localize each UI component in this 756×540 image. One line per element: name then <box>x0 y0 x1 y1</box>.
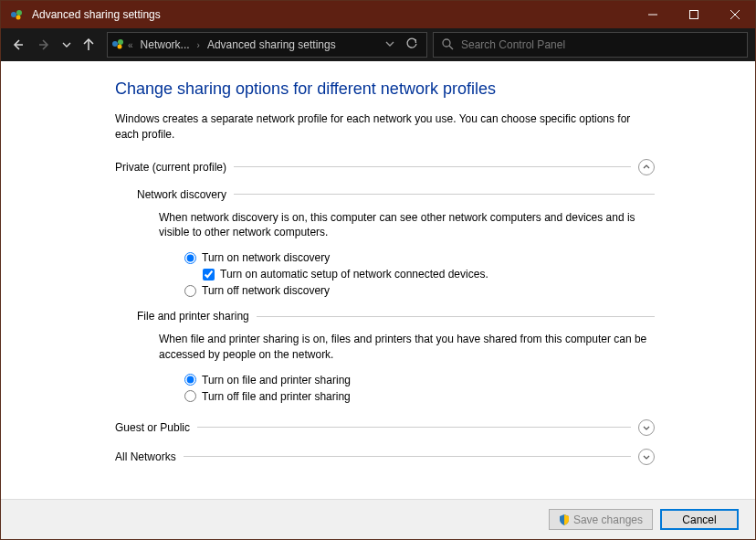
svg-point-1 <box>16 10 22 16</box>
checkbox-label: Turn on automatic setup of network conne… <box>220 268 488 281</box>
search-input[interactable] <box>461 38 740 51</box>
maximize-button[interactable] <box>673 1 714 28</box>
radio-discovery-on[interactable]: Turn on network discovery <box>184 251 655 264</box>
svg-point-2 <box>16 16 21 20</box>
svg-point-0 <box>11 12 16 17</box>
radio-input[interactable] <box>184 252 196 264</box>
svg-point-10 <box>112 41 118 47</box>
network-discovery-header: Network discovery <box>137 188 655 201</box>
svg-point-12 <box>118 44 122 48</box>
profile-label: Private (current profile) <box>115 161 234 174</box>
button-label: Cancel <box>682 514 716 526</box>
guest-public-header[interactable]: Guest or Public <box>115 419 655 436</box>
profile-label: All Networks <box>115 450 184 463</box>
collapse-icon[interactable] <box>638 159 655 175</box>
radio-label: Turn on network discovery <box>202 251 330 264</box>
network-discovery-body: When network discovery is on, this compu… <box>159 210 655 298</box>
close-button[interactable] <box>714 1 755 28</box>
checkbox-auto-setup[interactable]: Turn on automatic setup of network conne… <box>203 268 655 281</box>
checkbox-input[interactable] <box>203 269 215 281</box>
radio-fps-off[interactable]: Turn off file and printer sharing <box>184 390 655 403</box>
svg-point-11 <box>118 39 123 45</box>
svg-line-14 <box>449 46 453 49</box>
search-icon <box>441 37 454 53</box>
recent-locations-button[interactable] <box>59 32 74 58</box>
radio-input[interactable] <box>184 374 196 386</box>
radio-discovery-off[interactable]: Turn off network discovery <box>184 284 655 297</box>
footer-bar: Save changes Cancel <box>1 499 755 539</box>
control-panel-icon <box>111 37 124 53</box>
section-label: File and printer sharing <box>137 310 257 323</box>
chevron-left-icon: « <box>126 40 135 50</box>
cancel-button[interactable]: Cancel <box>660 509 739 530</box>
back-button[interactable] <box>5 32 30 58</box>
save-changes-button[interactable]: Save changes <box>549 509 653 530</box>
radio-input[interactable] <box>184 285 196 297</box>
control-panel-window: Advanced sharing settings « <box>0 0 756 540</box>
button-label: Save changes <box>573 514 643 526</box>
radio-label: Turn on file and printer sharing <box>202 374 351 386</box>
radio-fps-on[interactable]: Turn on file and printer sharing <box>184 374 655 386</box>
forward-button[interactable] <box>32 32 58 58</box>
file-printer-sharing-header: File and printer sharing <box>137 310 655 323</box>
title-bar: Advanced sharing settings <box>1 1 755 28</box>
svg-rect-4 <box>689 11 698 19</box>
shield-icon <box>559 514 570 525</box>
expand-icon[interactable] <box>638 449 655 465</box>
refresh-button[interactable] <box>401 37 423 53</box>
section-label: Network discovery <box>137 188 234 201</box>
breadcrumb-segment[interactable]: Advanced sharing settings <box>204 37 340 53</box>
section-text: When network discovery is on, this compu… <box>159 210 655 241</box>
all-networks-header[interactable]: All Networks <box>115 449 655 465</box>
search-bar[interactable] <box>433 32 748 58</box>
address-dropdown-icon[interactable] <box>381 38 399 51</box>
page-title: Change sharing options for different net… <box>115 79 655 99</box>
address-bar[interactable]: « Network... › Advanced sharing settings <box>107 32 427 58</box>
app-icon <box>8 6 25 23</box>
nav-bar: « Network... › Advanced sharing settings <box>1 28 755 61</box>
radio-input[interactable] <box>184 390 196 402</box>
svg-point-13 <box>443 39 450 47</box>
radio-label: Turn off file and printer sharing <box>202 390 351 403</box>
profile-label: Guest or Public <box>115 421 197 434</box>
file-printer-sharing-body: When file and printer sharing is on, fil… <box>159 332 655 403</box>
chevron-right-icon: › <box>195 40 202 50</box>
expand-icon[interactable] <box>638 419 655 436</box>
window-title: Advanced sharing settings <box>32 8 161 21</box>
minimize-button[interactable] <box>632 1 673 28</box>
radio-label: Turn off network discovery <box>202 284 330 297</box>
private-profile-header[interactable]: Private (current profile) <box>115 159 655 175</box>
up-button[interactable] <box>76 32 101 58</box>
breadcrumb-segment[interactable]: Network... <box>137 37 194 53</box>
section-text: When file and printer sharing is on, fil… <box>159 332 655 363</box>
content-area: Change sharing options for different net… <box>1 61 755 499</box>
page-description: Windows creates a separate network profi… <box>115 111 655 143</box>
